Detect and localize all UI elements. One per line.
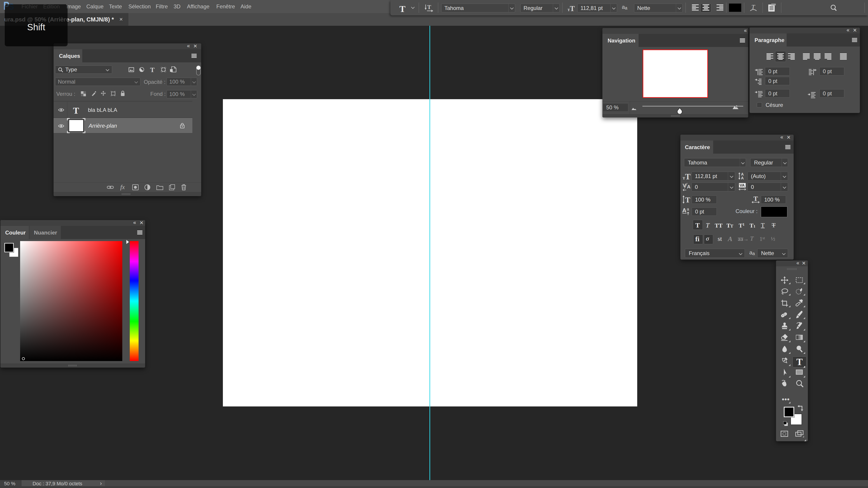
svg-text:T: T bbox=[427, 4, 431, 10]
svg-text:T: T bbox=[685, 196, 690, 204]
svg-text:T: T bbox=[753, 196, 758, 202]
svg-text:A: A bbox=[741, 176, 744, 180]
svg-text:a: a bbox=[687, 207, 689, 212]
svg-text:A: A bbox=[682, 207, 686, 214]
svg-text:A: A bbox=[687, 184, 690, 190]
svg-text:V: V bbox=[683, 183, 686, 188]
svg-text:VA: VA bbox=[740, 183, 745, 188]
